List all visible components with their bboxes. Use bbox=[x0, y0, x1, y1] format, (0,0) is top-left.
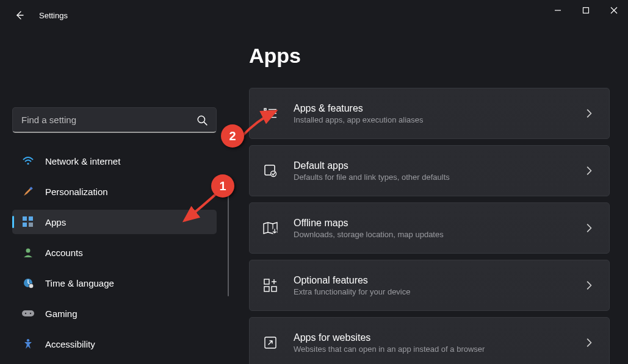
svg-point-7 bbox=[27, 163, 29, 165]
search-icon bbox=[197, 115, 208, 126]
sidebar-item-label: Time & language bbox=[45, 278, 114, 288]
list-icon bbox=[262, 105, 279, 122]
sidebar-item-label: Accounts bbox=[45, 248, 83, 258]
card-desc: Installed apps, app execution aliases bbox=[294, 115, 585, 124]
svg-rect-33 bbox=[264, 279, 269, 284]
card-optional-features[interactable]: Optional features Extra functionality fo… bbox=[249, 260, 610, 311]
sidebar-item-network[interactable]: Network & internet bbox=[12, 149, 217, 173]
back-button[interactable] bbox=[13, 9, 26, 21]
card-desc: Websites that can open in an app instead… bbox=[294, 344, 585, 354]
card-text: Offline maps Downloads, storage location… bbox=[294, 218, 585, 239]
svg-point-16 bbox=[29, 284, 34, 288]
sidebar-item-label: Accessibility bbox=[45, 339, 95, 349]
svg-rect-2 bbox=[583, 8, 589, 13]
svg-rect-34 bbox=[264, 287, 269, 291]
svg-rect-17 bbox=[22, 310, 34, 316]
default-apps-icon bbox=[262, 162, 279, 179]
card-title: Optional features bbox=[294, 275, 585, 286]
card-default-apps[interactable]: Default apps Defaults for file and link … bbox=[249, 145, 610, 196]
sidebar-nav: Network & internet Personalization Apps … bbox=[12, 149, 217, 362]
card-desc: Downloads, storage location, map updates bbox=[294, 230, 585, 239]
annotation-badge-1: 1 bbox=[211, 174, 234, 198]
sidebar-item-label: Apps bbox=[45, 217, 66, 227]
svg-rect-10 bbox=[29, 216, 33, 221]
window-title: Settings bbox=[39, 11, 68, 20]
sidebar-item-accounts[interactable]: Accounts bbox=[12, 240, 217, 265]
chevron-right-icon bbox=[585, 166, 593, 175]
search-box[interactable] bbox=[12, 107, 217, 133]
svg-point-13 bbox=[26, 249, 31, 253]
card-title: Apps for websites bbox=[294, 332, 585, 343]
minimize-button[interactable] bbox=[544, 0, 572, 21]
open-link-icon bbox=[262, 334, 279, 351]
close-icon bbox=[610, 7, 618, 14]
page-title: Apps bbox=[249, 44, 301, 68]
sidebar-item-label: Personalization bbox=[45, 187, 108, 197]
wifi-icon bbox=[22, 155, 34, 167]
gamepad-icon bbox=[22, 307, 34, 319]
svg-point-19 bbox=[30, 313, 31, 314]
sidebar-item-gaming[interactable]: Gaming bbox=[12, 301, 217, 326]
card-desc: Defaults for file and link types, other … bbox=[294, 173, 585, 182]
maximize-icon bbox=[582, 7, 590, 14]
sidebar-item-apps[interactable]: Apps bbox=[12, 210, 217, 234]
svg-rect-35 bbox=[272, 287, 276, 291]
annotation-badge-2: 2 bbox=[221, 124, 244, 148]
card-text: Optional features Extra functionality fo… bbox=[294, 275, 585, 296]
svg-rect-23 bbox=[264, 113, 266, 115]
sidebar-item-label: Gaming bbox=[45, 309, 78, 319]
svg-rect-12 bbox=[29, 223, 33, 227]
card-apps-features[interactable]: Apps & features Installed apps, app exec… bbox=[249, 88, 610, 139]
svg-line-6 bbox=[204, 122, 207, 125]
svg-rect-25 bbox=[264, 116, 266, 118]
map-icon bbox=[262, 219, 279, 237]
card-title: Offline maps bbox=[294, 218, 585, 229]
person-icon bbox=[22, 246, 34, 259]
titlebar: Settings bbox=[0, 0, 628, 30]
settings-cards: Apps & features Installed apps, app exec… bbox=[249, 88, 610, 364]
svg-rect-21 bbox=[264, 109, 266, 110]
accessibility-icon bbox=[22, 338, 34, 350]
search-input[interactable] bbox=[21, 115, 197, 125]
minimize-icon bbox=[554, 7, 561, 14]
clock-globe-icon bbox=[22, 277, 34, 289]
svg-rect-11 bbox=[23, 223, 27, 227]
arrow-left-icon bbox=[15, 10, 24, 20]
sidebar-item-accessibility[interactable]: Accessibility bbox=[12, 332, 217, 356]
chevron-right-icon bbox=[585, 109, 593, 118]
chevron-right-icon bbox=[585, 338, 593, 347]
chevron-right-icon bbox=[585, 281, 593, 290]
card-text: Default apps Defaults for file and link … bbox=[294, 160, 585, 182]
apps-icon bbox=[22, 216, 34, 228]
card-title: Default apps bbox=[294, 160, 585, 171]
window-controls bbox=[544, 0, 628, 24]
svg-rect-9 bbox=[23, 216, 27, 221]
card-text: Apps & features Installed apps, app exec… bbox=[294, 103, 585, 124]
grid-plus-icon bbox=[262, 277, 279, 294]
close-button[interactable] bbox=[600, 0, 628, 21]
card-desc: Extra functionality for your device bbox=[294, 287, 585, 296]
sidebar-item-label: Network & internet bbox=[45, 156, 120, 166]
card-title: Apps & features bbox=[294, 103, 585, 114]
card-text: Apps for websites Websites that can open… bbox=[294, 332, 585, 354]
svg-point-5 bbox=[198, 116, 204, 123]
chevron-right-icon bbox=[585, 224, 593, 232]
brush-icon bbox=[22, 185, 34, 198]
card-apps-websites[interactable]: Apps for websites Websites that can open… bbox=[249, 317, 610, 364]
sidebar-item-personalization[interactable]: Personalization bbox=[12, 179, 217, 204]
maximize-button[interactable] bbox=[572, 0, 600, 21]
card-offline-maps[interactable]: Offline maps Downloads, storage location… bbox=[249, 202, 610, 254]
svg-point-18 bbox=[25, 313, 26, 314]
sidebar-item-time-language[interactable]: Time & language bbox=[12, 271, 217, 295]
svg-point-20 bbox=[27, 339, 29, 341]
